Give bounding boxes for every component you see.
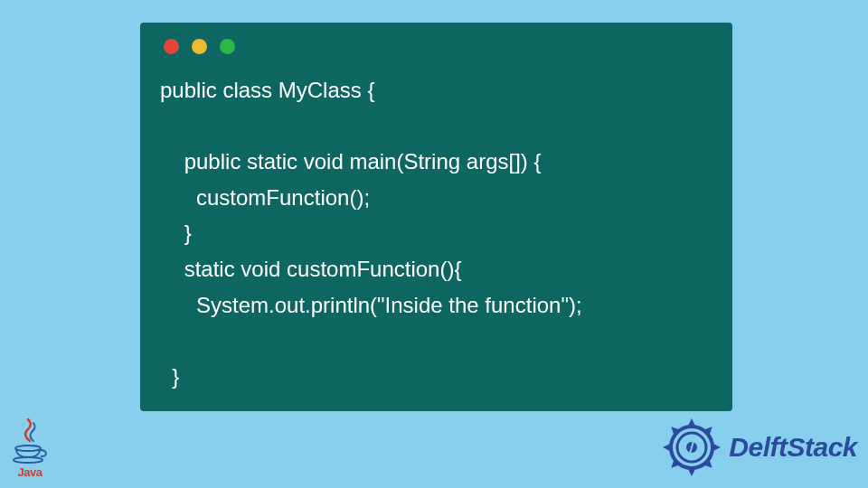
delftstack-gear-icon — [660, 416, 723, 479]
code-line: public static void main(String args[]) { — [160, 149, 542, 174]
svg-point-1 — [14, 457, 42, 463]
java-cup-icon — [12, 445, 48, 465]
code-line: customFunction(); — [160, 185, 370, 210]
svg-point-0 — [15, 446, 41, 451]
java-logo: Java — [7, 416, 52, 479]
delftstack-logo: DelftStack — [660, 416, 857, 479]
code-line: } — [160, 221, 192, 245]
code-line: System.out.println("Inside the function"… — [160, 293, 582, 317]
delftstack-logo-text: DelftStack — [729, 432, 857, 463]
window-dot-yellow — [192, 39, 207, 54]
window-controls — [160, 39, 712, 54]
code-line: public class MyClass { — [160, 78, 374, 102]
window-dot-green — [220, 39, 235, 54]
code-line: static void customFunction(){ — [160, 257, 461, 281]
window-dot-red — [164, 39, 179, 54]
java-logo-text: Java — [18, 465, 42, 479]
code-line: } — [160, 364, 179, 389]
java-steam-icon — [19, 418, 41, 445]
code-window: public class MyClass { public static voi… — [140, 23, 732, 411]
code-block: public class MyClass { public static voi… — [160, 72, 712, 394]
